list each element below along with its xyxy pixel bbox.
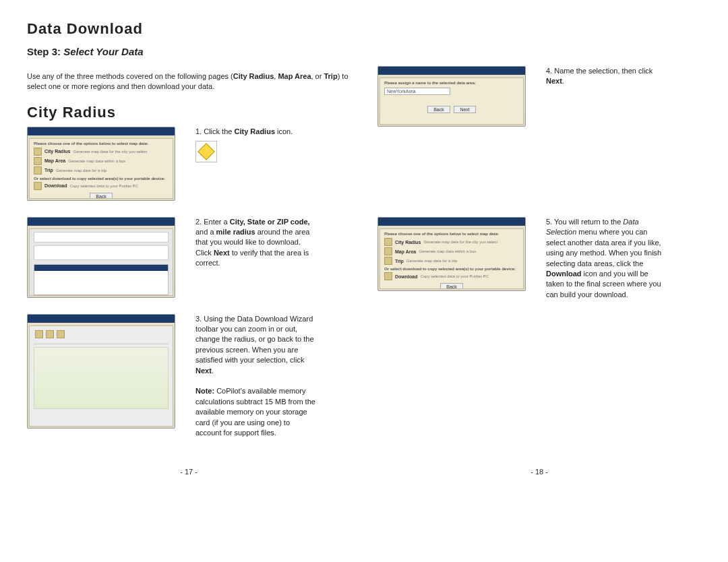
shot-heading: Please choose one of the options below t… xyxy=(384,232,519,236)
shot-heading: Please assign a name to the selected dat… xyxy=(384,81,519,85)
step-text: Enter a xyxy=(204,218,230,226)
download-icon xyxy=(384,272,392,280)
step-3-text: 3. Using the Data Download Wizard toolba… xyxy=(195,314,317,439)
step-num: 1. xyxy=(195,127,204,135)
back-button: Back xyxy=(427,106,450,113)
step-bold: City, State or ZIP code, xyxy=(230,218,310,226)
step-num: 2. xyxy=(195,218,204,226)
intro-text: Use any of the three methods covered on … xyxy=(27,72,233,80)
step-text: Using the Data Download Wizard toolbar y… xyxy=(195,315,314,365)
intro-maparea: Map Area xyxy=(278,72,311,80)
step-title: Select Your Data xyxy=(63,46,143,57)
city-radius-icon xyxy=(34,148,42,156)
step-text: . xyxy=(212,367,214,375)
step-prefix: Step 3: xyxy=(27,46,61,57)
page-18: Please assign a name to the selected dat… xyxy=(364,20,701,476)
step-4-text: 4. Name the selection, then click Next. xyxy=(546,66,667,87)
shot-or: Or select download to copy selected area… xyxy=(34,177,169,181)
step-1-text: 1. Click the City Radius icon. xyxy=(195,127,317,162)
toolbar-icon xyxy=(35,330,43,338)
map-area-icon xyxy=(34,157,42,165)
note-label: Note: xyxy=(195,387,214,395)
step-bold: Next xyxy=(214,249,230,257)
title-city-radius: City Radius xyxy=(27,104,351,121)
map-area-icon xyxy=(384,247,392,255)
screenshot-data-selection: Please choose one of the options below t… xyxy=(27,127,175,201)
step-bold: Next xyxy=(195,367,212,375)
step-text: and a xyxy=(195,228,216,236)
step-text: Name the selection, then click xyxy=(554,67,653,75)
title-data-download: Data Download xyxy=(27,20,351,38)
step-bold: mile radius xyxy=(216,228,255,236)
page-number-18: - 18 - xyxy=(377,454,701,476)
back-button: Back xyxy=(440,283,463,289)
next-button: Next xyxy=(454,106,475,113)
step-bold: City Radius xyxy=(234,127,275,135)
step-num: 5. xyxy=(546,218,554,226)
trip-icon xyxy=(34,166,42,175)
trip-icon xyxy=(384,257,392,265)
step-bold: Next xyxy=(546,77,562,85)
step-num: 4. xyxy=(546,67,554,75)
subtitle-step3: Step 3: Select Your Data xyxy=(27,46,351,57)
step-5-text: 5. You will return to the Data Selection… xyxy=(546,217,667,300)
page-spread: Data Download Step 3: Select Your Data U… xyxy=(0,0,728,489)
screenshot-enter-city xyxy=(27,217,175,298)
shot-heading: Please choose one of the options below t… xyxy=(34,142,169,146)
step-3-row: 3. Using the Data Download Wizard toolba… xyxy=(27,314,351,439)
screenshot-wizard-map xyxy=(27,314,175,429)
step-2-row: 2. Enter a City, State or ZIP code, and … xyxy=(27,217,351,298)
toolbar-icon xyxy=(57,330,65,338)
step-4-row: Please assign a name to the selected dat… xyxy=(377,66,701,127)
step-5-row: Please choose one of the options below t… xyxy=(377,217,701,300)
download-icon xyxy=(34,182,42,190)
step-text: . xyxy=(562,77,564,85)
step-num: 3. xyxy=(195,315,204,323)
back-button: Back xyxy=(90,193,113,199)
intro-text: , or xyxy=(311,72,324,80)
screenshot-name-selection: Please assign a name to the selected dat… xyxy=(377,66,526,127)
step-1-row: Please choose one of the options below t… xyxy=(27,127,351,201)
city-radius-icon xyxy=(384,238,392,246)
step-text: Click the xyxy=(204,127,234,135)
intro-paragraph: Use any of the three methods covered on … xyxy=(27,71,351,92)
page-17: Data Download Step 3: Select Your Data U… xyxy=(27,20,364,476)
step-bold: Download xyxy=(546,270,582,278)
intro-cityradius: City Radius xyxy=(233,72,274,80)
toolbar-icon xyxy=(46,330,54,338)
step-2-text: 2. Enter a City, State or ZIP code, and … xyxy=(195,217,317,269)
name-input-value: NewYorkArea xyxy=(387,89,416,94)
step-text: You will return to the xyxy=(554,218,623,226)
step-text: icon. xyxy=(275,127,293,135)
shot-or: Or select download to copy selected area… xyxy=(384,267,519,271)
screenshot-data-selection-return: Please choose one of the options below t… xyxy=(377,217,526,291)
intro-trip: Trip xyxy=(324,72,337,80)
city-radius-icon xyxy=(195,141,217,162)
page-number-17: - 17 - xyxy=(27,454,351,476)
